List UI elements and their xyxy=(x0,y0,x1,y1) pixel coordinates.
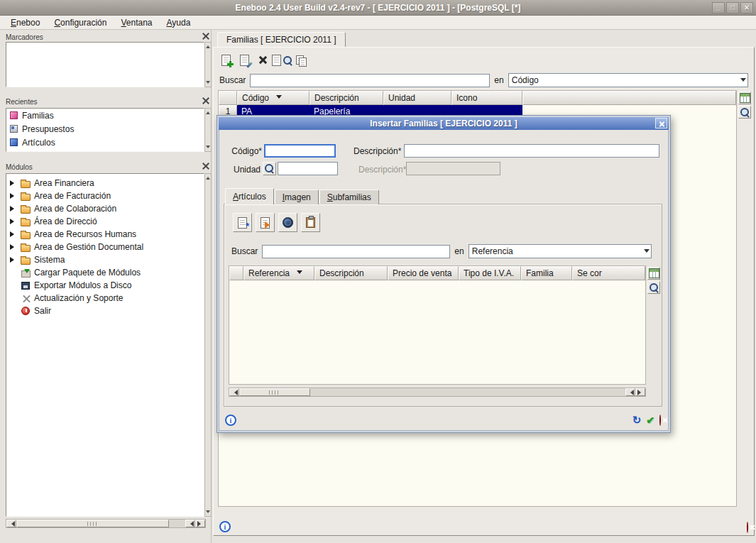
module-area-gestion-documental[interactable]: Area de Gestión Documental xyxy=(6,241,204,253)
scrollbar-thumb[interactable] xyxy=(16,520,169,527)
action-actualizacion-soporte[interactable]: Actualización y Soporte xyxy=(6,292,204,305)
copy-record-button[interactable] xyxy=(292,52,308,68)
expander-icon[interactable] xyxy=(10,180,17,186)
cancel-button[interactable] xyxy=(659,415,661,425)
accept-button[interactable] xyxy=(646,415,654,426)
menu-ayuda[interactable]: Ayuda xyxy=(160,16,197,29)
articulos-search-input[interactable] xyxy=(262,245,450,258)
dialog-info-button[interactable] xyxy=(225,415,236,426)
action-label: Actualización y Soporte xyxy=(34,293,123,303)
column-header-unidad[interactable]: Unidad xyxy=(383,91,451,105)
articulos-horizontal-scrollbar[interactable] xyxy=(229,388,646,397)
articulos-filter-combo[interactable]: Referencia xyxy=(469,244,652,258)
tab-familias[interactable]: Familias [ EJERCICIO 2011 ] xyxy=(217,32,346,47)
sidebar-horizontal-scrollbar[interactable] xyxy=(6,519,206,528)
module-area-colaboracion[interactable]: Area de Colaboración xyxy=(6,202,204,215)
column-header-descripcion[interactable]: Descripción xyxy=(309,91,383,105)
scroll-down-icon[interactable] xyxy=(206,510,210,515)
module-sistema[interactable]: Sistema xyxy=(6,253,204,266)
scroll-left-icon[interactable] xyxy=(625,388,635,396)
table-search-button[interactable] xyxy=(647,281,660,294)
dialog-titlebar[interactable]: Insertar Familias [ EJERCICIO 2011 ] xyxy=(219,117,669,130)
tab-label: Familias [ EJERCICIO 2011 ] xyxy=(226,35,336,45)
clipboard-icon xyxy=(306,217,315,228)
modulos-scrollbar[interactable] xyxy=(204,173,212,517)
descripcion-input[interactable] xyxy=(404,144,659,158)
table-search-button[interactable] xyxy=(738,106,751,119)
dialog-close-button[interactable] xyxy=(655,118,667,128)
column-header-iva[interactable]: Tipo de I.V.A. xyxy=(459,266,521,280)
search-filter-combo[interactable]: Código xyxy=(508,73,748,87)
scroll-left-icon[interactable] xyxy=(6,520,16,527)
expander-icon[interactable] xyxy=(10,244,17,250)
recent-item-presupuestos[interactable]: Presupuestos xyxy=(6,122,204,136)
codigo-input[interactable] xyxy=(264,144,336,158)
tab-articulos[interactable]: Artículos xyxy=(225,188,274,204)
recent-item-articulos[interactable]: Artículos xyxy=(6,136,204,149)
refresh-button[interactable] xyxy=(632,415,642,426)
unidad-descripcion-label: Descripción* xyxy=(358,165,406,175)
table-sum-button[interactable] xyxy=(738,92,751,104)
browse-record-button[interactable] xyxy=(273,52,290,68)
menu-configuracion[interactable]: Configuración xyxy=(48,16,113,29)
tab-subfamilias[interactable]: Subfamilias xyxy=(319,190,379,204)
scroll-down-icon[interactable] xyxy=(206,81,210,86)
module-area-facturacion[interactable]: Area de Facturación xyxy=(6,190,204,202)
module-area-financiera[interactable]: Area Financiera xyxy=(6,177,204,190)
marcadores-scrollbar[interactable] xyxy=(204,42,212,87)
recientes-scrollbar[interactable] xyxy=(204,108,212,152)
main-info-button[interactable] xyxy=(219,521,231,532)
action-label: Cargar Paquete de Módulos xyxy=(34,268,141,278)
module-area-recursos-humans[interactable]: Area de Recursos Humans xyxy=(6,228,204,241)
edit-record-button[interactable] xyxy=(236,52,253,68)
column-header-codigo[interactable]: Código xyxy=(237,91,309,105)
action-exportar-modulos[interactable]: Exportar Módulos a Disco xyxy=(6,279,204,292)
scroll-up-icon[interactable] xyxy=(206,109,210,114)
menu-eneboo[interactable]: Eneboo xyxy=(4,16,46,29)
maximize-button[interactable]: □ xyxy=(726,2,739,13)
scroll-left-icon[interactable] xyxy=(185,520,195,527)
recent-item-familias[interactable]: Familias xyxy=(6,109,204,122)
new-record-button[interactable] xyxy=(218,52,234,68)
scroll-right-icon[interactable] xyxy=(195,520,205,527)
expander-icon[interactable] xyxy=(10,193,17,199)
table-sum-button[interactable] xyxy=(647,267,660,280)
web-button[interactable] xyxy=(278,213,297,232)
column-header-familia[interactable]: Familia xyxy=(521,266,572,280)
tab-imagen[interactable]: Imagen xyxy=(275,190,319,204)
action-salir[interactable]: Salir xyxy=(6,305,204,317)
insert-articulo-button[interactable] xyxy=(256,213,275,232)
delete-record-button[interactable] xyxy=(255,52,271,68)
column-header-referencia[interactable]: Referencia xyxy=(243,266,314,280)
main-toolbar xyxy=(218,52,308,68)
action-cargar-paquete[interactable]: Cargar Paquete de Módulos xyxy=(6,266,204,279)
unidad-lookup-button[interactable] xyxy=(263,162,276,175)
unidad-input[interactable] xyxy=(278,162,338,175)
module-area-direccio[interactable]: Área de Direcció xyxy=(6,215,204,228)
paste-button[interactable] xyxy=(301,213,320,232)
scroll-left-icon[interactable] xyxy=(229,388,239,396)
expander-icon[interactable] xyxy=(10,206,17,212)
power-off-icon xyxy=(21,307,30,315)
expander-icon[interactable] xyxy=(10,231,17,237)
menu-ventana[interactable]: Ventana xyxy=(114,16,158,29)
expander-icon[interactable] xyxy=(10,219,17,224)
column-header-precio[interactable]: Precio de venta xyxy=(388,266,459,280)
column-header-icono[interactable]: Icono xyxy=(451,91,522,105)
row-number-header xyxy=(229,266,243,280)
column-header-descripcion[interactable]: Descripción xyxy=(314,266,388,280)
expander-icon[interactable] xyxy=(10,257,17,263)
scroll-down-icon[interactable] xyxy=(206,146,210,150)
codigo-label: Código* xyxy=(224,146,262,156)
new-articulo-button[interactable]: * xyxy=(233,213,252,232)
scroll-up-icon[interactable] xyxy=(206,175,210,180)
minimize-button[interactable]: _ xyxy=(712,2,725,13)
scroll-up-icon[interactable] xyxy=(206,43,210,48)
search-input[interactable] xyxy=(250,74,490,87)
scrollbar-thumb[interactable] xyxy=(239,388,310,396)
close-button[interactable]: ✕ xyxy=(740,2,753,13)
main-close-form-button[interactable] xyxy=(747,522,748,532)
scroll-right-icon[interactable] xyxy=(635,388,645,396)
column-header-secor[interactable]: Se cor xyxy=(572,266,645,280)
module-label: Area de Facturación xyxy=(34,191,111,201)
